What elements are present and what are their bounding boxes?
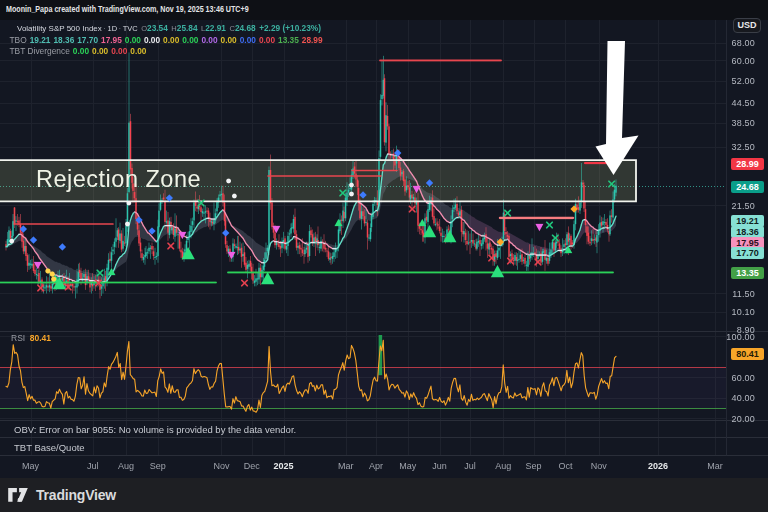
obv-pane-message[interactable]: OBV: Error on bar 9055: No volume is pro…	[14, 424, 296, 435]
indicator-value: 0.00	[201, 35, 217, 45]
time-axis-label: Aug	[118, 461, 134, 471]
indicator-value: 0.00	[125, 35, 141, 45]
rsi-legend[interactable]: RSI 80.41	[11, 333, 51, 343]
footer-bar: TradingView	[0, 478, 768, 512]
indicator-value: 28.99	[302, 35, 323, 45]
time-axis-label: Mar	[707, 461, 723, 471]
ohlc-close-value: 24.68	[235, 23, 256, 33]
price-axis-label: 100.00	[726, 332, 755, 342]
tbt-divergence-values: 0.000.000.000.00	[70, 46, 147, 56]
price-axis-label: 32.50	[731, 142, 755, 152]
price-axis-label: 52.00	[731, 76, 755, 86]
price-axis[interactable]: USD 68.0060.0052.0044.5038.5032.5021.501…	[726, 20, 768, 478]
level-badge-28-99: 28.99	[731, 158, 764, 170]
indicator-value: 0.00	[240, 35, 256, 45]
time-axis-label: Oct	[558, 461, 572, 471]
time-axis-label: Aug	[495, 461, 511, 471]
tradingview-logo-icon	[8, 488, 28, 502]
indicator-value: 17.95	[101, 35, 122, 45]
tbt-divergence-label[interactable]: TBT Divergence	[10, 46, 70, 56]
time-axis-label: May	[22, 461, 39, 471]
last-price-badge: 24.68	[731, 181, 764, 193]
price-axis-label: 68.00	[731, 38, 755, 48]
ohlc-low-value: 22.91	[205, 23, 226, 33]
indicator-value: 0.00	[130, 46, 146, 56]
level-badge-13-35: 13.35	[731, 267, 764, 279]
time-axis-label: Jul	[87, 461, 99, 471]
currency-button[interactable]: USD	[733, 18, 761, 33]
time-axis-label: May	[399, 461, 416, 471]
indicator-value: 0.00	[73, 46, 89, 56]
attribution-text: Moonin_Papa created with TradingView.com…	[6, 4, 249, 14]
time-axis-label: Sep	[150, 461, 166, 471]
tradingview-logo[interactable]: TradingView	[8, 487, 116, 503]
price-axis-label: 60.00	[731, 373, 755, 383]
time-axis-label: Mar	[338, 461, 354, 471]
chart-canvas[interactable]	[0, 20, 768, 478]
tbo-label[interactable]: TBO	[10, 35, 27, 45]
legend-tbt-divergence-row[interactable]: TBT Divergence 0.000.000.000.00	[10, 46, 323, 58]
indicator-value: 0.00	[221, 35, 237, 45]
time-axis-label: Jul	[464, 461, 476, 471]
time-axis-label: Jun	[432, 461, 447, 471]
tbo-values: 19.2118.3617.7017.950.000.000.000.000.00…	[27, 35, 323, 45]
time-axis-label: Nov	[213, 461, 229, 471]
price-axis-label: 60.00	[731, 56, 755, 66]
indicator-value: 13.35	[278, 35, 299, 45]
rsi-value-badge: 80.41	[731, 348, 764, 360]
legend-separator: ·	[119, 24, 122, 33]
indicator-value: 0.00	[111, 46, 127, 56]
price-axis-label: 38.50	[731, 118, 755, 128]
price-axis-label: 44.50	[731, 98, 755, 108]
indicator-value: 17.70	[77, 35, 98, 45]
time-axis-label: 2026	[648, 461, 668, 471]
indicator-value: 19.21	[30, 35, 51, 45]
price-axis-label: 11.50	[732, 289, 755, 299]
indicator-value: 18.36	[53, 35, 74, 45]
indicator-value: 0.00	[163, 35, 179, 45]
tradingview-logo-text[interactable]: TradingView	[36, 487, 116, 503]
price-axis-label: 21.50	[731, 201, 755, 211]
tradingview-snapshot: Moonin_Papa created with TradingView.com…	[0, 0, 768, 512]
rsi-value: 80.41	[30, 333, 51, 343]
price-axis-label: 20.00	[731, 414, 755, 424]
chart-region[interactable]: Volatility S&P 500 Index · 1D · TVC O23.…	[0, 20, 768, 478]
symbol-exchange[interactable]: TVC	[123, 24, 138, 33]
indicator-value: 0.00	[92, 46, 108, 56]
rejection-zone-label[interactable]: Rejection Zone	[36, 166, 201, 193]
legend-symbol-row[interactable]: Volatility S&P 500 Index · 1D · TVC O23.…	[10, 23, 323, 35]
time-axis-label: Nov	[591, 461, 607, 471]
rsi-label[interactable]: RSI	[11, 333, 25, 343]
ohlc-high-value: 25.84	[177, 23, 198, 33]
legend-separator: ·	[103, 24, 106, 33]
time-axis-label: Sep	[526, 461, 542, 471]
ohlc-open-value: 23.54	[147, 23, 168, 33]
indicator-value: 0.00	[144, 35, 160, 45]
ohlc-change: +2.29 (+10.23%)	[259, 23, 321, 33]
tbo-badge-17-70: 17.70	[731, 247, 764, 259]
time-axis-label: Apr	[369, 461, 383, 471]
chart-legend: Volatility S&P 500 Index · 1D · TVC O23.…	[10, 23, 323, 58]
symbol-title[interactable]: Volatility S&P 500 Index	[17, 24, 102, 33]
time-axis-label: Dec	[244, 461, 260, 471]
indicator-value: 0.00	[259, 35, 275, 45]
attribution-bar: Moonin_Papa created with TradingView.com…	[0, 0, 768, 20]
indicator-value: 0.00	[182, 35, 198, 45]
time-axis-label: 2025	[273, 461, 293, 471]
legend-tbo-row[interactable]: TBO 19.2118.3617.7017.950.000.000.000.00…	[10, 35, 323, 47]
tbt-pane-title[interactable]: TBT Base/Quote	[14, 442, 85, 453]
time-axis[interactable]: MayJulAugSepNovDec2025MarAprMayJunJulAug…	[0, 456, 768, 478]
symbol-interval[interactable]: 1D	[107, 24, 117, 33]
price-axis-label: 10.10	[731, 307, 755, 317]
price-axis-label: 40.00	[731, 393, 755, 403]
